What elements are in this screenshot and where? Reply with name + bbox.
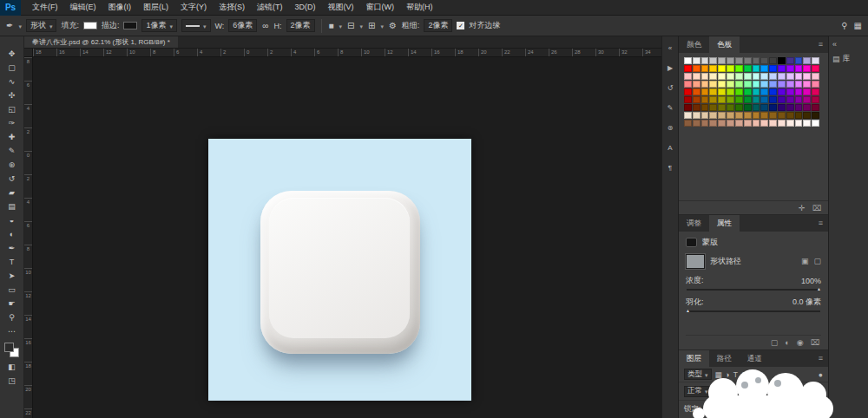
width-input[interactable]: 6像素 <box>228 19 257 32</box>
color-swatch[interactable] <box>744 112 752 119</box>
menu-image[interactable]: 图像(I) <box>102 0 138 15</box>
color-swatch[interactable] <box>727 120 734 127</box>
weight-input[interactable]: 2像素 <box>424 19 452 32</box>
color-swatch[interactable] <box>786 65 794 72</box>
color-swatch[interactable] <box>727 65 734 72</box>
add-pixel-mask-icon[interactable]: ▣ <box>801 257 809 265</box>
color-swatch[interactable] <box>744 88 752 95</box>
libraries-panel-button[interactable]: ▤ 库 <box>829 52 868 66</box>
blur-tool[interactable]: ◒ <box>2 213 23 227</box>
color-swatch[interactable] <box>701 112 709 119</box>
slider-thumb-icon[interactable]: ▲ <box>817 287 821 291</box>
color-swatch[interactable] <box>735 120 743 127</box>
gradient-tool[interactable]: ▤ <box>2 199 23 213</box>
collapse-panels-icon[interactable]: « <box>829 40 868 52</box>
height-input[interactable]: 2像素 <box>286 19 315 32</box>
color-swatch[interactable] <box>718 104 726 111</box>
color-swatch[interactable] <box>769 96 777 103</box>
color-swatch[interactable] <box>684 57 692 64</box>
tab-color[interactable]: 颜色 <box>679 36 709 53</box>
menu-help[interactable]: 帮助(H) <box>400 0 439 15</box>
dodge-tool[interactable]: ◐ <box>2 227 23 241</box>
color-swatch[interactable] <box>684 96 692 103</box>
color-swatch[interactable] <box>753 57 760 64</box>
color-swatch[interactable] <box>803 96 811 103</box>
color-swatch[interactable] <box>795 88 803 95</box>
color-swatch[interactable] <box>693 81 700 88</box>
color-swatch[interactable] <box>693 112 700 119</box>
color-swatch[interactable] <box>709 104 717 111</box>
color-swatch[interactable] <box>727 104 734 111</box>
hand-tool[interactable]: ☛ <box>2 297 23 310</box>
invert-mask-icon[interactable]: ◐ <box>785 338 789 347</box>
tab-swatches[interactable]: 色板 <box>709 36 740 53</box>
color-swatch[interactable] <box>709 120 717 127</box>
color-swatch[interactable] <box>778 88 786 95</box>
color-swatch[interactable] <box>786 104 794 111</box>
canvas-artboard[interactable] <box>208 139 471 401</box>
color-swatch[interactable] <box>760 112 768 119</box>
add-vector-mask-icon[interactable]: ▢ <box>813 257 821 265</box>
color-swatch[interactable] <box>786 96 794 103</box>
color-swatch[interactable] <box>735 88 743 95</box>
color-swatch[interactable] <box>778 57 786 64</box>
shape-tool[interactable]: ▭ <box>2 283 23 297</box>
color-swatch[interactable] <box>735 112 743 119</box>
color-swatch[interactable] <box>744 81 752 88</box>
color-swatch[interactable] <box>803 88 811 95</box>
history-brush-tool[interactable]: ↺ <box>2 172 23 186</box>
color-swatch[interactable] <box>727 57 734 64</box>
color-swatch[interactable] <box>744 120 752 127</box>
color-swatch[interactable] <box>795 104 803 111</box>
menu-window[interactable]: 窗口(W) <box>360 0 401 15</box>
color-swatch[interactable] <box>769 57 777 64</box>
color-swatch[interactable] <box>786 73 794 80</box>
color-swatch[interactable] <box>753 73 760 80</box>
color-swatch[interactable] <box>709 65 717 72</box>
color-swatch[interactable] <box>803 120 811 127</box>
color-swatch[interactable] <box>744 57 752 64</box>
color-swatch[interactable] <box>769 104 777 111</box>
clone-stamp-tool[interactable]: ⊛ <box>2 158 23 172</box>
color-swatch[interactable] <box>709 88 717 95</box>
color-swatch[interactable] <box>709 81 717 88</box>
menu-layer[interactable]: 图层(L) <box>137 0 174 15</box>
color-swatch[interactable] <box>812 73 819 80</box>
color-swatch[interactable] <box>693 120 700 127</box>
new-swatch-icon[interactable]: ✛ <box>799 204 806 212</box>
color-swatch[interactable] <box>769 81 777 88</box>
color-swatch[interactable] <box>778 96 786 103</box>
color-swatch[interactable] <box>701 120 709 127</box>
color-swatch[interactable] <box>684 112 692 119</box>
color-swatch[interactable] <box>803 73 811 80</box>
color-swatch[interactable] <box>744 104 752 111</box>
panel-menu-icon[interactable]: ≡ <box>819 215 828 232</box>
color-swatch[interactable] <box>727 96 734 103</box>
color-swatch[interactable] <box>693 104 700 111</box>
color-swatch[interactable] <box>693 88 700 95</box>
color-swatch[interactable] <box>760 65 768 72</box>
color-swatch[interactable] <box>693 96 700 103</box>
color-swatch[interactable] <box>718 120 726 127</box>
color-swatch[interactable] <box>812 88 819 95</box>
color-swatch[interactable] <box>693 73 700 80</box>
color-swatch[interactable] <box>769 88 777 95</box>
color-swatch[interactable] <box>753 88 760 95</box>
tab-paths[interactable]: 路径 <box>709 350 740 367</box>
color-swatch[interactable] <box>701 73 709 80</box>
color-swatch[interactable] <box>786 112 794 119</box>
document-tab[interactable]: 拳讲八作业.psd @ 62.1% (形状 1, RGB/8#) * <box>24 36 178 48</box>
panel-menu-icon[interactable]: ≡ <box>819 350 828 367</box>
link-dimensions-icon[interactable]: ∞ <box>261 21 269 30</box>
density-value[interactable]: 100% <box>801 277 821 285</box>
color-swatch[interactable] <box>769 65 777 72</box>
color-swatch[interactable] <box>735 73 743 80</box>
menu-filter[interactable]: 滤镜(T) <box>251 0 289 15</box>
eyedropper-tool[interactable]: ✑ <box>2 116 23 130</box>
color-swatch[interactable] <box>727 88 734 95</box>
color-swatch[interactable] <box>684 120 692 127</box>
stroke-color-swatch[interactable] <box>123 22 137 29</box>
color-swatch[interactable] <box>718 96 726 103</box>
ruler-horizontal[interactable]: 1816141210864202468101214161820222426283… <box>33 49 661 57</box>
tab-layers[interactable]: 图层 <box>679 350 709 367</box>
